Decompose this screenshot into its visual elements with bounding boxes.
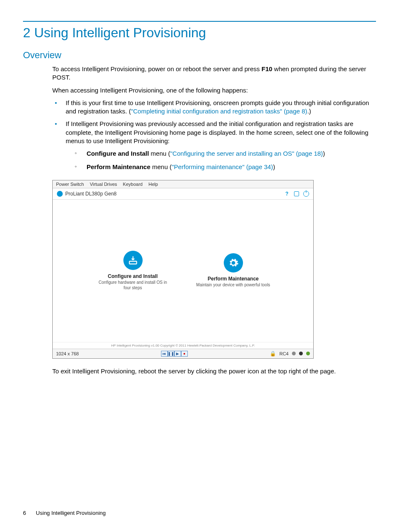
- menu-keyboard[interactable]: Keyboard: [123, 182, 143, 187]
- chapter-title: 2 Using Intelligent Provisioning: [23, 25, 376, 41]
- install-icon: [123, 251, 143, 270]
- s1-mid: menu (: [149, 150, 170, 157]
- sub-list: Configure and Install menu ("Configuring…: [66, 149, 376, 172]
- pause-button[interactable]: ❚❚: [168, 351, 174, 357]
- body-content-2: To exit Intelligent Provisioning, reboot…: [52, 367, 376, 375]
- play-button[interactable]: ▶: [174, 351, 181, 357]
- status-dot-3: [306, 352, 310, 355]
- lock-icon: 🔒: [270, 351, 276, 357]
- screenshot: Power Switch Virtual Drives Keyboard Hel…: [52, 180, 314, 359]
- svg-rect-0: [129, 261, 136, 264]
- menu-virtual-drives[interactable]: Virtual Drives: [90, 182, 117, 187]
- tile2-desc: Maintain your device with powerful tools: [196, 283, 271, 288]
- status-right: 🔒 RC4: [270, 351, 310, 357]
- s2-bold: Perform Maintenance: [87, 163, 151, 170]
- help-icon[interactable]: ?: [284, 191, 290, 197]
- page-footer: 6 Using Intelligent Provisioning: [23, 510, 106, 516]
- footer-title: Using Intelligent Provisioning: [36, 510, 106, 516]
- paragraph-2: When accessing Intelligent Provisioning,…: [52, 86, 376, 95]
- bullet-1: If this is your first time to use Intell…: [52, 99, 376, 116]
- s1-end: ): [323, 150, 325, 157]
- s2-mid: menu (: [151, 163, 172, 170]
- status-rc: RC4: [279, 351, 289, 356]
- tile2-title: Perform Maintenance: [196, 276, 271, 282]
- s1-bold: Configure and Install: [87, 150, 149, 157]
- menu-power-switch[interactable]: Power Switch: [56, 182, 84, 187]
- power-icon[interactable]: [303, 191, 309, 197]
- tile1-desc: Configure hardware and install OS in fou…: [95, 280, 171, 290]
- status-dot-1: [292, 352, 296, 355]
- playback-controls: ⏮ ❚❚ ▶ ●: [161, 351, 188, 357]
- s2-link[interactable]: "Performing maintenance" (page 34): [171, 163, 273, 170]
- record-button[interactable]: ●: [181, 351, 188, 357]
- status-resolution: 1024 x 768: [56, 351, 79, 356]
- shot-title-left: ProLiant DL380p Gen8: [57, 191, 117, 197]
- b2-text: If Intelligent Provisioning was previous…: [66, 120, 368, 144]
- sub-1: Configure and Install menu ("Configuring…: [66, 149, 376, 158]
- rewind-button[interactable]: ⏮: [161, 351, 168, 357]
- top-rule: [23, 21, 376, 22]
- bullet-list: If this is your first time to use Intell…: [52, 99, 376, 172]
- bullet-2: If Intelligent Provisioning was previous…: [52, 120, 376, 171]
- shot-titlebar: ProLiant DL380p Gen8 ?: [53, 188, 313, 200]
- body-content: To access Intelligent Provisioning, powe…: [52, 65, 376, 172]
- tile1-title: Configure and Install: [95, 273, 171, 279]
- tile-perform-maintenance[interactable]: Perform Maintenance Maintain your device…: [196, 253, 271, 288]
- b1-link[interactable]: "Completing initial configuration and re…: [131, 108, 307, 115]
- sub-2: Perform Maintenance menu ("Performing ma…: [66, 163, 376, 171]
- key-f10: F10: [261, 65, 272, 72]
- tile-configure-install[interactable]: Configure and Install Configure hardware…: [95, 251, 171, 290]
- s1-link[interactable]: "Configuring the server and installing a…: [170, 150, 323, 157]
- s2-end: ): [273, 163, 275, 170]
- status-dot-2: [299, 352, 303, 355]
- paragraph-3: To exit Intelligent Provisioning, reboot…: [52, 367, 376, 375]
- shot-copyright: HP Intelligent Provisioning v1.00 Copyri…: [53, 342, 313, 349]
- fullscreen-icon[interactable]: [294, 191, 299, 196]
- section-title: Overview: [23, 50, 376, 61]
- shot-main: Configure and Install Configure hardware…: [53, 200, 313, 342]
- paragraph-1: To access Intelligent Provisioning, powe…: [52, 65, 376, 82]
- server-model: ProLiant DL380p Gen8: [65, 191, 117, 197]
- b1-text-b: .): [307, 108, 311, 115]
- shot-statusbar: 1024 x 768 ⏮ ❚❚ ▶ ● 🔒 RC4: [53, 349, 313, 358]
- shot-title-icons: ?: [284, 191, 309, 197]
- gear-icon: [224, 253, 243, 272]
- page-number: 6: [23, 510, 26, 516]
- p1-text-a: To access Intelligent Provisioning, powe…: [52, 65, 261, 72]
- shot-menubar: Power Switch Virtual Drives Keyboard Hel…: [53, 180, 313, 188]
- menu-help[interactable]: Help: [148, 182, 158, 187]
- hp-logo-icon: [57, 191, 63, 197]
